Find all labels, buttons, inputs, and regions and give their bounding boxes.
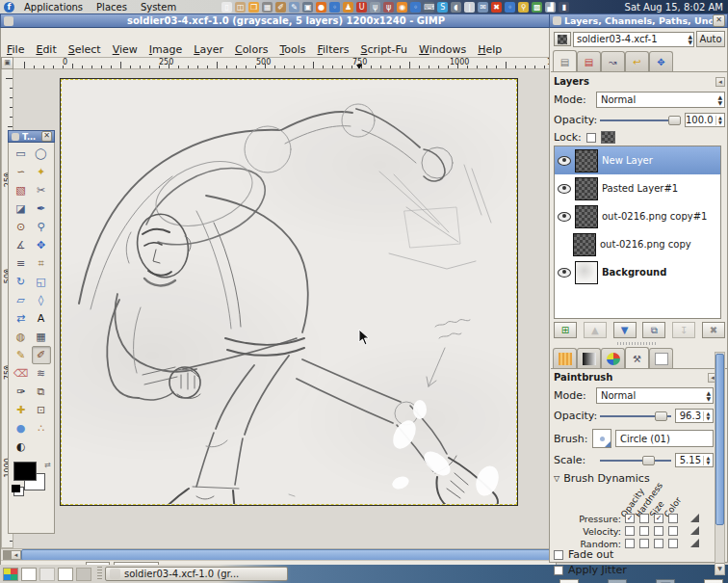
layer-row[interactable]: New Layer bbox=[555, 146, 720, 174]
editor-tab[interactable] bbox=[649, 348, 673, 368]
pipe-icon[interactable]: ❘ bbox=[464, 2, 475, 13]
dynamics-checkbox[interactable] bbox=[668, 526, 678, 536]
visibility-eye-icon[interactable] bbox=[558, 268, 571, 278]
dynamics-checkbox[interactable] bbox=[639, 539, 649, 548]
scroll-left-button[interactable]: ◂ bbox=[11, 550, 21, 560]
dynamics-checkbox[interactable] bbox=[625, 526, 635, 536]
panel-clock[interactable]: Sat Aug 15, 8:02 AM bbox=[625, 2, 728, 13]
horizontal-scrollbar-thumb[interactable] bbox=[21, 549, 554, 561]
gradients-tab[interactable] bbox=[577, 348, 601, 368]
tool-align-icon[interactable]: ≡ bbox=[12, 254, 31, 273]
claw1-icon[interactable]: ψ bbox=[370, 2, 380, 13]
visibility-empty[interactable] bbox=[558, 241, 569, 249]
lock-alpha-icon[interactable] bbox=[601, 131, 615, 144]
search-icon[interactable]: ⚲ bbox=[518, 2, 529, 13]
tool-zoom-icon[interactable]: ⚲ bbox=[32, 218, 51, 236]
undo-tab[interactable]: ↩ bbox=[625, 51, 649, 71]
reset-options-button[interactable]: ↺ bbox=[704, 579, 723, 583]
fade-out-checkbox[interactable] bbox=[554, 550, 563, 560]
dynamics-curve-icon[interactable] bbox=[690, 526, 699, 535]
dynamics-checkbox[interactable] bbox=[654, 539, 663, 548]
layer-row[interactable]: out-0216.png copy#1 bbox=[555, 202, 720, 230]
tool-options-scrollbar-thumb[interactable] bbox=[715, 354, 724, 525]
menu-tools[interactable]: Tools bbox=[273, 42, 311, 57]
tool-scale-icon[interactable]: ◱ bbox=[32, 273, 51, 291]
menu-layer[interactable]: Layer bbox=[188, 42, 229, 57]
apply-jitter-checkbox[interactable] bbox=[554, 566, 563, 575]
layer-thumbnail[interactable] bbox=[575, 177, 598, 200]
gimp-task-button[interactable]: soldier03-4.xcf-1.0 (gr... bbox=[105, 567, 288, 581]
tool-eraser-icon[interactable]: ⌫ bbox=[12, 364, 31, 383]
pointer-tab[interactable]: ✥ bbox=[649, 51, 673, 71]
tool-perspective-icon[interactable]: ◊ bbox=[32, 291, 51, 309]
tool-ellipse-select-icon[interactable]: ◯ bbox=[32, 145, 51, 163]
delete-layer-button[interactable]: ✖ bbox=[702, 322, 725, 338]
tool-options-tab[interactable]: ⚒ bbox=[625, 347, 649, 369]
menu-windows[interactable]: Windows bbox=[413, 42, 472, 57]
visibility-eye-icon[interactable] bbox=[558, 212, 571, 222]
tool-foreground-select-icon[interactable]: ◪ bbox=[12, 199, 31, 218]
menu-script-fu[interactable]: Script-Fu bbox=[355, 42, 414, 57]
tool-rotate-icon[interactable]: ↻ bbox=[12, 273, 31, 291]
tool-shear-icon[interactable]: ▱ bbox=[12, 291, 31, 309]
tool-options-scrollbar[interactable]: ▼ bbox=[715, 352, 725, 575]
ruler-origin-button[interactable]: ▣ bbox=[1, 57, 13, 69]
dynamics-checkbox[interactable] bbox=[654, 526, 663, 536]
save-options-button[interactable]: ▣ bbox=[559, 579, 579, 583]
dynamics-curve-icon[interactable] bbox=[690, 539, 699, 547]
brush-preview-button[interactable] bbox=[592, 429, 611, 448]
screen-icon[interactable]: ▣ bbox=[302, 2, 313, 13]
tool-perspective-clone-icon[interactable]: ⊡ bbox=[32, 401, 51, 419]
tool-bucket-fill-icon[interactable]: ◍ bbox=[12, 328, 31, 346]
tool-select-by-color-icon[interactable]: ▧ bbox=[12, 181, 31, 199]
users-icon[interactable]: ♟ bbox=[343, 2, 353, 13]
visibility-eye-icon[interactable] bbox=[558, 184, 571, 194]
horizontal-ruler[interactable]: 025050075010001250 bbox=[13, 57, 556, 69]
skype-icon[interactable]: S bbox=[437, 2, 448, 13]
distro-menu-icon[interactable]: f bbox=[4, 2, 14, 13]
tool-crop-icon[interactable]: ⌗ bbox=[32, 254, 51, 273]
visibility-eye-icon[interactable] bbox=[558, 156, 571, 166]
tool-rect-select-icon[interactable]: ▭ bbox=[12, 145, 31, 163]
dynamics-checkbox[interactable] bbox=[639, 514, 649, 523]
raise-layer-button[interactable]: ▲ bbox=[584, 322, 607, 338]
desk-icon[interactable]: ⌨ bbox=[424, 2, 434, 13]
canvas-viewport[interactable] bbox=[13, 69, 555, 548]
toolbox-titlebar[interactable]: Toolbox ✕ bbox=[8, 130, 55, 143]
dynamics-checkbox[interactable] bbox=[625, 539, 635, 548]
tool-fuzzy-select-icon[interactable]: ✦ bbox=[32, 163, 51, 181]
menu-select[interactable]: Select bbox=[63, 42, 107, 57]
menu-colors[interactable]: Colors bbox=[229, 42, 273, 57]
tool-airbrush-icon[interactable]: ≋ bbox=[32, 364, 51, 383]
tool-text-icon[interactable]: A bbox=[32, 309, 51, 328]
places-menu[interactable]: Places bbox=[90, 0, 134, 13]
delete-options-button[interactable]: ⌧ bbox=[656, 579, 675, 583]
brushes-tab[interactable] bbox=[553, 348, 577, 368]
image-selector[interactable]: soldier03-4.xcf-1 ▲▼ bbox=[573, 32, 694, 47]
auto-button[interactable]: Auto bbox=[696, 31, 725, 47]
taskbar-grip[interactable] bbox=[97, 567, 102, 581]
pencil-icon[interactable]: ✎ bbox=[289, 2, 299, 13]
layers-tab[interactable]: ▤ bbox=[553, 50, 577, 72]
layers-menu-icon[interactable]: ◂ bbox=[715, 77, 725, 87]
window-icon-3[interactable] bbox=[58, 568, 73, 581]
tool-dodge-burn-icon[interactable]: ◐ bbox=[12, 437, 31, 456]
foreground-color-swatch[interactable] bbox=[13, 462, 37, 481]
window-icon-1[interactable] bbox=[21, 568, 37, 581]
dock-titlebar[interactable]: Layers, Channels, Paths, Undo, N ✕ bbox=[549, 13, 728, 28]
layer-mode-select[interactable]: Normal ▲▼ bbox=[596, 92, 725, 108]
scale-slider[interactable] bbox=[600, 456, 671, 465]
blender-icon[interactable]: ◉ bbox=[397, 2, 407, 13]
layer-opacity-slider[interactable] bbox=[600, 116, 681, 125]
file-manager-icon[interactable]: ❒ bbox=[248, 2, 259, 13]
battery-icon[interactable]: ▮ bbox=[559, 2, 569, 13]
dynamics-checkbox[interactable]: ✓ bbox=[654, 514, 663, 523]
dock-drag-handle[interactable] bbox=[617, 342, 656, 345]
system-menu[interactable]: System bbox=[134, 0, 183, 13]
text-editor-icon[interactable]: ▯ bbox=[221, 2, 232, 13]
dynamics-curve-icon[interactable] bbox=[690, 514, 699, 522]
tool-paths-icon[interactable]: ✒ bbox=[32, 199, 51, 218]
canvas-image[interactable] bbox=[61, 79, 517, 505]
tool-scissors-select-icon[interactable]: ✂ bbox=[32, 181, 51, 199]
anchor-layer-button[interactable]: ↧ bbox=[672, 322, 695, 338]
